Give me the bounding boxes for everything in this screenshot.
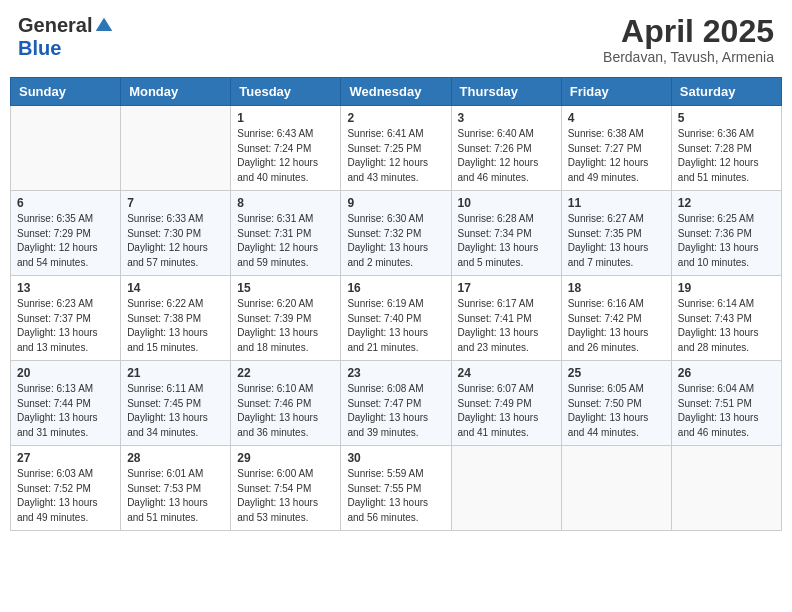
day-info: Sunrise: 6:33 AMSunset: 7:30 PMDaylight:… [127, 212, 224, 270]
day-of-week-header: Monday [121, 78, 231, 106]
calendar-week-row: 20Sunrise: 6:13 AMSunset: 7:44 PMDayligh… [11, 361, 782, 446]
logo: General Blue [18, 14, 114, 60]
calendar-cell: 5Sunrise: 6:36 AMSunset: 7:28 PMDaylight… [671, 106, 781, 191]
day-info: Sunrise: 6:19 AMSunset: 7:40 PMDaylight:… [347, 297, 444, 355]
calendar-cell [671, 446, 781, 531]
day-info: Sunrise: 6:17 AMSunset: 7:41 PMDaylight:… [458, 297, 555, 355]
calendar-cell [451, 446, 561, 531]
day-info: Sunrise: 5:59 AMSunset: 7:55 PMDaylight:… [347, 467, 444, 525]
calendar-cell: 20Sunrise: 6:13 AMSunset: 7:44 PMDayligh… [11, 361, 121, 446]
day-info: Sunrise: 6:25 AMSunset: 7:36 PMDaylight:… [678, 212, 775, 270]
day-number: 6 [17, 196, 114, 210]
day-number: 4 [568, 111, 665, 125]
day-number: 2 [347, 111, 444, 125]
day-info: Sunrise: 6:00 AMSunset: 7:54 PMDaylight:… [237, 467, 334, 525]
calendar-week-row: 27Sunrise: 6:03 AMSunset: 7:52 PMDayligh… [11, 446, 782, 531]
page-header: General Blue April 2025 Berdavan, Tavush… [10, 10, 782, 69]
day-number: 8 [237, 196, 334, 210]
calendar-cell: 22Sunrise: 6:10 AMSunset: 7:46 PMDayligh… [231, 361, 341, 446]
calendar-cell: 27Sunrise: 6:03 AMSunset: 7:52 PMDayligh… [11, 446, 121, 531]
calendar-cell: 7Sunrise: 6:33 AMSunset: 7:30 PMDaylight… [121, 191, 231, 276]
day-number: 9 [347, 196, 444, 210]
day-number: 30 [347, 451, 444, 465]
day-info: Sunrise: 6:27 AMSunset: 7:35 PMDaylight:… [568, 212, 665, 270]
logo-blue-text: Blue [18, 37, 61, 60]
calendar-cell [561, 446, 671, 531]
calendar-cell: 12Sunrise: 6:25 AMSunset: 7:36 PMDayligh… [671, 191, 781, 276]
calendar-cell: 17Sunrise: 6:17 AMSunset: 7:41 PMDayligh… [451, 276, 561, 361]
day-number: 5 [678, 111, 775, 125]
day-info: Sunrise: 6:35 AMSunset: 7:29 PMDaylight:… [17, 212, 114, 270]
calendar-cell: 4Sunrise: 6:38 AMSunset: 7:27 PMDaylight… [561, 106, 671, 191]
day-info: Sunrise: 6:31 AMSunset: 7:31 PMDaylight:… [237, 212, 334, 270]
day-of-week-header: Tuesday [231, 78, 341, 106]
day-number: 14 [127, 281, 224, 295]
calendar-cell: 25Sunrise: 6:05 AMSunset: 7:50 PMDayligh… [561, 361, 671, 446]
calendar-cell: 19Sunrise: 6:14 AMSunset: 7:43 PMDayligh… [671, 276, 781, 361]
day-number: 10 [458, 196, 555, 210]
day-number: 22 [237, 366, 334, 380]
day-info: Sunrise: 6:23 AMSunset: 7:37 PMDaylight:… [17, 297, 114, 355]
calendar-cell: 24Sunrise: 6:07 AMSunset: 7:49 PMDayligh… [451, 361, 561, 446]
day-number: 17 [458, 281, 555, 295]
day-info: Sunrise: 6:14 AMSunset: 7:43 PMDaylight:… [678, 297, 775, 355]
calendar-cell: 14Sunrise: 6:22 AMSunset: 7:38 PMDayligh… [121, 276, 231, 361]
svg-marker-0 [96, 17, 113, 30]
day-number: 29 [237, 451, 334, 465]
day-of-week-header: Thursday [451, 78, 561, 106]
day-info: Sunrise: 6:05 AMSunset: 7:50 PMDaylight:… [568, 382, 665, 440]
day-number: 16 [347, 281, 444, 295]
calendar-cell: 15Sunrise: 6:20 AMSunset: 7:39 PMDayligh… [231, 276, 341, 361]
day-number: 13 [17, 281, 114, 295]
day-number: 12 [678, 196, 775, 210]
calendar-cell: 11Sunrise: 6:27 AMSunset: 7:35 PMDayligh… [561, 191, 671, 276]
day-of-week-header: Saturday [671, 78, 781, 106]
day-info: Sunrise: 6:38 AMSunset: 7:27 PMDaylight:… [568, 127, 665, 185]
calendar-cell: 9Sunrise: 6:30 AMSunset: 7:32 PMDaylight… [341, 191, 451, 276]
day-number: 27 [17, 451, 114, 465]
calendar-cell [11, 106, 121, 191]
day-number: 18 [568, 281, 665, 295]
calendar-week-row: 13Sunrise: 6:23 AMSunset: 7:37 PMDayligh… [11, 276, 782, 361]
day-number: 21 [127, 366, 224, 380]
day-info: Sunrise: 6:43 AMSunset: 7:24 PMDaylight:… [237, 127, 334, 185]
location-title: Berdavan, Tavush, Armenia [603, 49, 774, 65]
month-title: April 2025 [603, 14, 774, 49]
calendar-cell: 23Sunrise: 6:08 AMSunset: 7:47 PMDayligh… [341, 361, 451, 446]
calendar-cell [121, 106, 231, 191]
day-info: Sunrise: 6:07 AMSunset: 7:49 PMDaylight:… [458, 382, 555, 440]
day-info: Sunrise: 6:08 AMSunset: 7:47 PMDaylight:… [347, 382, 444, 440]
day-info: Sunrise: 6:03 AMSunset: 7:52 PMDaylight:… [17, 467, 114, 525]
day-number: 24 [458, 366, 555, 380]
calendar-cell: 10Sunrise: 6:28 AMSunset: 7:34 PMDayligh… [451, 191, 561, 276]
logo-icon [94, 16, 114, 36]
day-number: 15 [237, 281, 334, 295]
calendar-table: SundayMondayTuesdayWednesdayThursdayFrid… [10, 77, 782, 531]
day-number: 19 [678, 281, 775, 295]
calendar-cell: 29Sunrise: 6:00 AMSunset: 7:54 PMDayligh… [231, 446, 341, 531]
title-section: April 2025 Berdavan, Tavush, Armenia [603, 14, 774, 65]
day-info: Sunrise: 6:13 AMSunset: 7:44 PMDaylight:… [17, 382, 114, 440]
calendar-cell: 8Sunrise: 6:31 AMSunset: 7:31 PMDaylight… [231, 191, 341, 276]
day-number: 11 [568, 196, 665, 210]
day-number: 23 [347, 366, 444, 380]
calendar-header-row: SundayMondayTuesdayWednesdayThursdayFrid… [11, 78, 782, 106]
calendar-cell: 13Sunrise: 6:23 AMSunset: 7:37 PMDayligh… [11, 276, 121, 361]
day-info: Sunrise: 6:11 AMSunset: 7:45 PMDaylight:… [127, 382, 224, 440]
calendar-cell: 1Sunrise: 6:43 AMSunset: 7:24 PMDaylight… [231, 106, 341, 191]
calendar-cell: 3Sunrise: 6:40 AMSunset: 7:26 PMDaylight… [451, 106, 561, 191]
day-number: 20 [17, 366, 114, 380]
day-info: Sunrise: 6:28 AMSunset: 7:34 PMDaylight:… [458, 212, 555, 270]
calendar-cell: 30Sunrise: 5:59 AMSunset: 7:55 PMDayligh… [341, 446, 451, 531]
day-info: Sunrise: 6:04 AMSunset: 7:51 PMDaylight:… [678, 382, 775, 440]
day-info: Sunrise: 6:10 AMSunset: 7:46 PMDaylight:… [237, 382, 334, 440]
day-of-week-header: Wednesday [341, 78, 451, 106]
day-info: Sunrise: 6:20 AMSunset: 7:39 PMDaylight:… [237, 297, 334, 355]
calendar-cell: 28Sunrise: 6:01 AMSunset: 7:53 PMDayligh… [121, 446, 231, 531]
day-info: Sunrise: 6:01 AMSunset: 7:53 PMDaylight:… [127, 467, 224, 525]
day-number: 28 [127, 451, 224, 465]
calendar-week-row: 1Sunrise: 6:43 AMSunset: 7:24 PMDaylight… [11, 106, 782, 191]
day-number: 25 [568, 366, 665, 380]
day-info: Sunrise: 6:16 AMSunset: 7:42 PMDaylight:… [568, 297, 665, 355]
day-info: Sunrise: 6:22 AMSunset: 7:38 PMDaylight:… [127, 297, 224, 355]
